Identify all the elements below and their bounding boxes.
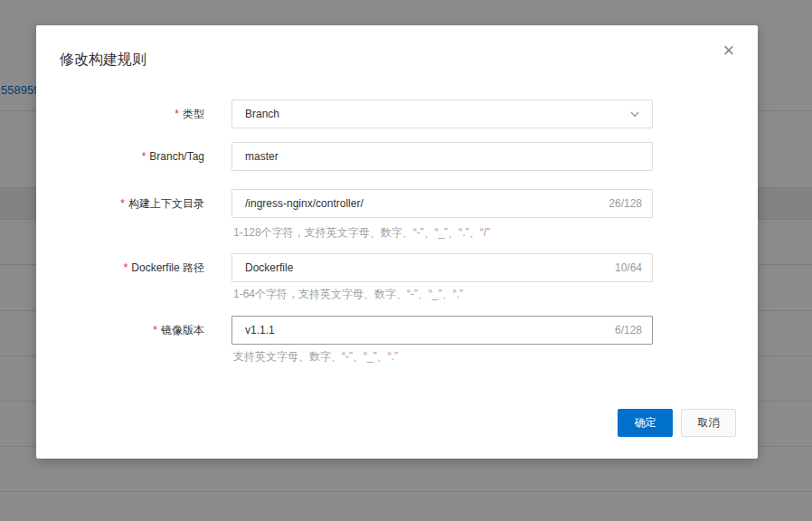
- image-version-label: *镜像版本: [36, 316, 231, 345]
- context-dir-helper: 1-128个字符，支持英文字母、数字、“-”、“_”、“.”、“/”: [233, 225, 490, 241]
- form-row-branch-tag: *Branch/Tag: [36, 142, 758, 171]
- branch-tag-input[interactable]: [231, 142, 653, 171]
- required-marker: *: [153, 324, 157, 336]
- cancel-button[interactable]: 取消: [681, 409, 736, 437]
- required-marker: *: [175, 108, 179, 120]
- type-select-value: Branch: [245, 108, 628, 120]
- dockerfile-path-helper: 1-64个字符，支持英文字母、数字、“-”、“_”、“.”: [233, 287, 463, 302]
- type-select[interactable]: Branch: [231, 99, 653, 128]
- context-dir-input[interactable]: [231, 189, 653, 218]
- form-row-context-dir: *构建上下文目录 26/128: [36, 189, 758, 218]
- close-icon[interactable]: ×: [716, 38, 741, 63]
- required-marker: *: [142, 150, 146, 163]
- form-row-type: *类型 Branch: [36, 99, 758, 128]
- context-dir-label: *构建上下文目录: [36, 189, 231, 218]
- required-marker: *: [124, 261, 128, 274]
- required-marker: *: [120, 197, 125, 210]
- chevron-down-icon: [628, 108, 641, 120]
- confirm-button[interactable]: 确定: [618, 409, 673, 437]
- image-version-input[interactable]: [231, 316, 653, 345]
- edit-build-rule-dialog: 修改构建规则 × *类型 Branch *Branch/Tag *构建上下文目录: [36, 25, 758, 459]
- type-label: *类型: [36, 99, 231, 128]
- dockerfile-path-input[interactable]: [231, 253, 653, 282]
- dockerfile-path-label: *Dockerfile 路径: [36, 253, 231, 282]
- form-row-image-version: *镜像版本 6/128: [36, 316, 758, 345]
- branch-tag-label: *Branch/Tag: [36, 142, 231, 171]
- image-version-helper: 支持英文字母、数字、“-”、“_”、“.”: [233, 349, 398, 365]
- dialog-title: 修改构建规则: [60, 51, 146, 70]
- form-row-dockerfile-path: *Dockerfile 路径 10/64: [36, 253, 758, 282]
